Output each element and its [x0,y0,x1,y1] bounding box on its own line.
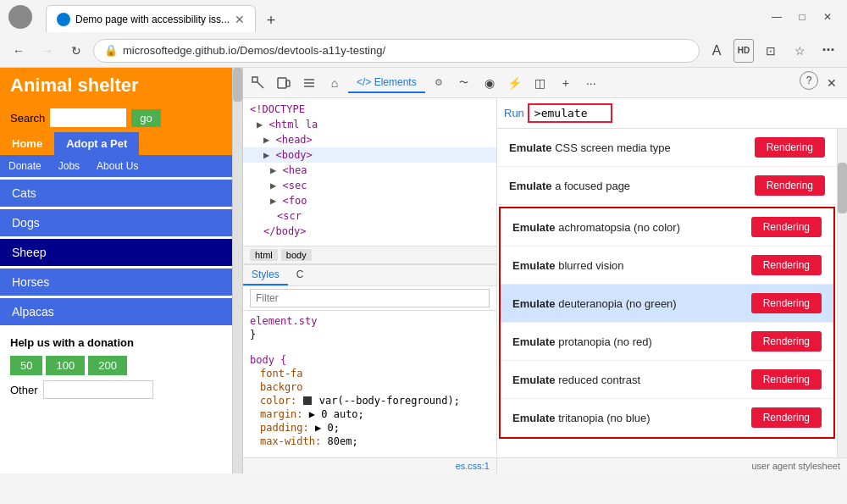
emulate-rendering-btn-focused[interactable]: Rendering [755,175,825,196]
read-aloud-button[interactable]: A [705,39,728,63]
emulate-rendering-btn-css[interactable]: Rendering [755,137,825,158]
emulate-highlighted-group: Emulate achromatopsia (no color) Renderi… [499,207,835,439]
styles-source-link[interactable]: es.css:1 [456,461,490,471]
tab-styles[interactable]: Styles [243,265,288,285]
emulate-item-blurred[interactable]: Emulate blurred vision Rendering [501,246,833,285]
demo-home-button[interactable]: Home [0,132,54,155]
html-line-sec[interactable]: ▶ <sec [243,178,496,193]
sidebar-item-alpacas[interactable]: Alpacas [0,298,232,325]
html-line-body[interactable]: ▶ <body> [243,147,496,163]
title-bar: Demo page with accessibility iss... ✕ + … [0,0,847,34]
memory-tool[interactable]: ◫ [529,71,552,95]
help-button[interactable]: ? [800,71,818,90]
close-devtools-button[interactable]: ✕ [820,71,844,95]
add-tool[interactable]: + [554,71,578,95]
demo-search-input[interactable] [50,108,126,127]
emulate-item-focused[interactable]: Emulate a focused page Rendering [497,167,837,205]
devtools-filter-area [243,286,496,311]
main-area: Animal shelter Search go Home Adopt a Pe… [0,68,847,474]
hd-button[interactable]: HD [734,39,754,63]
tab-close-button[interactable]: ✕ [235,13,245,26]
minimize-button[interactable]: — [766,6,788,28]
emulate-rendering-btn-blurred[interactable]: Rendering [751,255,822,275]
emulate-item-deuteranopia[interactable]: Emulate deuteranopia (no green) Renderin… [501,285,833,323]
breadcrumb-tool[interactable] [297,71,321,95]
sidebar-item-cats[interactable]: Cats [0,180,232,207]
reload-button[interactable]: ↻ [64,39,88,63]
page-scrollbar[interactable] [233,68,243,474]
demo-nav-top: Home Adopt a Pet [0,132,232,155]
new-tab-button[interactable]: + [259,8,283,32]
browser-window: Demo page with accessibility iss... ✕ + … [0,0,847,68]
back-button[interactable]: ← [7,39,30,63]
emulate-rendering-btn-reduced[interactable]: Rendering [751,369,822,390]
hea-arrow: ▶ [270,164,276,176]
demo-search-button[interactable]: go [131,109,160,127]
prop-max-width-val: 80em; [327,435,357,447]
emulate-rendering-btn-tritanopia[interactable]: Rendering [751,407,822,428]
tab-elements[interactable]: </> Elements [348,73,425,93]
emulate-item-achromatopsia[interactable]: Emulate achromatopsia (no color) Renderi… [501,208,833,246]
svg-rect-0 [252,77,257,82]
run-label[interactable]: Run [504,107,524,119]
close-window-button[interactable]: ✕ [817,6,839,28]
emulate-items-list: Emulate CSS screen media type Rendering … [497,129,837,457]
tab-computed[interactable]: C [288,265,313,285]
demo-donation-buttons: 50 100 200 [10,356,222,375]
performance-tool[interactable]: ⚡ [503,71,527,95]
sidebar-item-sheep[interactable]: Sheep [0,239,232,266]
tab-title: Demo page with accessibility iss... [75,14,230,25]
more-button[interactable]: ··· [817,39,840,63]
demo-adopt-button[interactable]: Adopt a Pet [54,132,139,155]
demo-nav-about[interactable]: About Us [88,158,147,174]
console-tool[interactable]: ⚙ [427,71,451,95]
sidebar-item-horses[interactable]: Horses [0,269,232,296]
sidebar-item-dogs[interactable]: Dogs [0,209,232,236]
demo-nav-jobs[interactable]: Jobs [50,158,88,174]
html-line-hea[interactable]: ▶ <hea [243,163,496,178]
donation-100-button[interactable]: 100 [46,356,85,375]
demo-navigation: Home Adopt a Pet Donate Jobs About Us [0,132,232,177]
emulate-item-protanopia-text: Emulate protanopia (no red) [512,335,652,348]
breadcrumb-body[interactable]: body [281,249,312,261]
breadcrumb-html[interactable]: html [250,249,278,261]
emulate-item-deuteranopia-text: Emulate deuteranopia (no green) [512,297,677,310]
network-tool[interactable]: 〜 [452,71,476,95]
emulate-input[interactable]: >emulate [528,103,612,123]
html-line-scr[interactable]: <scr [243,208,496,224]
html-tree: <!DOCTYPE ▶ <html la ▶ <head> ▶ <body> [243,98,496,246]
forward-button[interactable]: → [36,39,59,63]
active-tab[interactable]: Demo page with accessibility iss... ✕ [46,5,256,32]
head-tag: <head> [275,134,312,146]
element-picker-tool[interactable] [246,71,270,95]
styles-filter-input[interactable] [250,289,490,307]
emulate-item-reduced-contrast[interactable]: Emulate reduced contrast Rendering [501,361,833,399]
donation-50-button[interactable]: 50 [10,356,42,375]
emulate-item-protanopia[interactable]: Emulate protanopia (no red) Rendering [501,323,833,361]
demo-nav-donate[interactable]: Donate [0,158,50,174]
emulate-item-tritanopia[interactable]: Emulate tritanopia (no blue) Rendering [501,399,833,437]
emulate-item-css-media[interactable]: Emulate CSS screen media type Rendering [497,129,837,167]
emulate-rendering-btn-achromatopsia[interactable]: Rendering [751,217,822,237]
home-tool[interactable]: ⌂ [323,71,346,95]
donation-other-label: Other [10,384,38,396]
emulate-rendering-btn-protanopia[interactable]: Rendering [751,331,822,352]
profile-avatar[interactable] [8,5,32,29]
emulate-panel-scrollbar[interactable] [837,129,847,457]
share-button[interactable]: ⊡ [759,39,783,63]
donation-other-input[interactable] [43,380,153,399]
html-line-foo[interactable]: ▶ <foo [243,193,496,208]
style-padding: padding: ▶ 0; [250,421,490,435]
address-bar[interactable]: 🔒 microsoftedge.github.io/Demos/devtools… [93,39,700,63]
favorites-button[interactable]: ☆ [788,39,811,63]
donation-200-button[interactable]: 200 [88,356,127,375]
maximize-button[interactable]: □ [791,6,813,28]
more-tools[interactable]: ··· [579,71,603,95]
html-line-head[interactable]: ▶ <head> [243,132,496,147]
address-text: microsoftedge.github.io/Demos/devtools-a… [123,44,385,57]
demo-site-title: Animal shelter [10,75,222,97]
sources-tool[interactable]: ◉ [478,71,501,95]
html-line-html[interactable]: ▶ <html la [243,117,496,132]
device-emulation-tool[interactable] [272,71,296,95]
emulate-rendering-btn-deuteranopia[interactable]: Rendering [751,293,822,313]
